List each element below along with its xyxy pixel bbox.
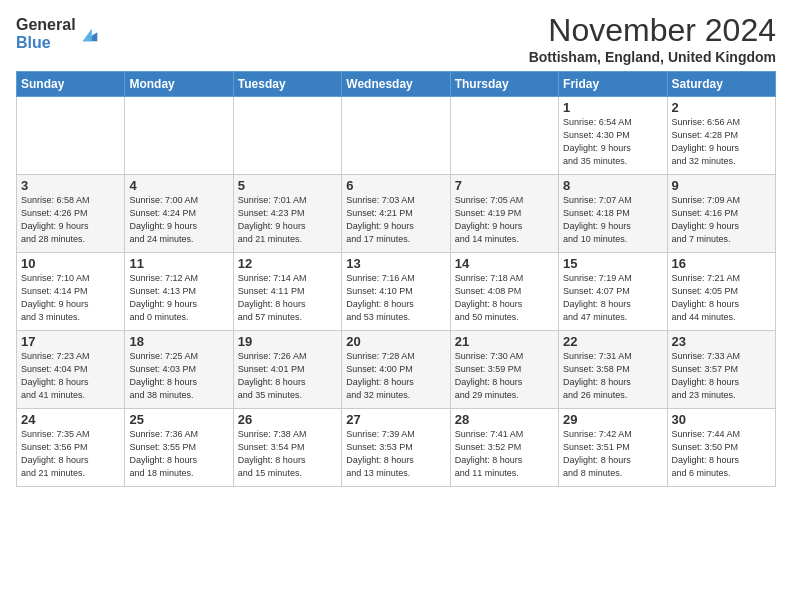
cell-2-6: 16Sunrise: 7:21 AM Sunset: 4:05 PM Dayli…	[667, 253, 775, 331]
cell-2-0: 10Sunrise: 7:10 AM Sunset: 4:14 PM Dayli…	[17, 253, 125, 331]
cell-4-4: 28Sunrise: 7:41 AM Sunset: 3:52 PM Dayli…	[450, 409, 558, 487]
day-number-2-6: 16	[672, 256, 771, 271]
th-sunday: Sunday	[17, 72, 125, 97]
week-row-0: 1Sunrise: 6:54 AM Sunset: 4:30 PM Daylig…	[17, 97, 776, 175]
day-info-2-4: Sunrise: 7:18 AM Sunset: 4:08 PM Dayligh…	[455, 272, 554, 324]
day-info-2-5: Sunrise: 7:19 AM Sunset: 4:07 PM Dayligh…	[563, 272, 662, 324]
day-info-4-6: Sunrise: 7:44 AM Sunset: 3:50 PM Dayligh…	[672, 428, 771, 480]
th-monday: Monday	[125, 72, 233, 97]
th-thursday: Thursday	[450, 72, 558, 97]
cell-2-4: 14Sunrise: 7:18 AM Sunset: 4:08 PM Dayli…	[450, 253, 558, 331]
svg-marker-1	[82, 28, 91, 41]
cell-3-5: 22Sunrise: 7:31 AM Sunset: 3:58 PM Dayli…	[559, 331, 667, 409]
week-row-3: 17Sunrise: 7:23 AM Sunset: 4:04 PM Dayli…	[17, 331, 776, 409]
cell-1-1: 4Sunrise: 7:00 AM Sunset: 4:24 PM Daylig…	[125, 175, 233, 253]
day-number-1-3: 6	[346, 178, 445, 193]
day-info-1-4: Sunrise: 7:05 AM Sunset: 4:19 PM Dayligh…	[455, 194, 554, 246]
day-number-3-5: 22	[563, 334, 662, 349]
cell-1-2: 5Sunrise: 7:01 AM Sunset: 4:23 PM Daylig…	[233, 175, 341, 253]
cell-2-2: 12Sunrise: 7:14 AM Sunset: 4:11 PM Dayli…	[233, 253, 341, 331]
th-tuesday: Tuesday	[233, 72, 341, 97]
cell-4-3: 27Sunrise: 7:39 AM Sunset: 3:53 PM Dayli…	[342, 409, 450, 487]
cell-0-0	[17, 97, 125, 175]
day-number-0-5: 1	[563, 100, 662, 115]
day-info-1-2: Sunrise: 7:01 AM Sunset: 4:23 PM Dayligh…	[238, 194, 337, 246]
day-number-1-5: 8	[563, 178, 662, 193]
logo: General Blue	[16, 16, 101, 51]
cell-0-5: 1Sunrise: 6:54 AM Sunset: 4:30 PM Daylig…	[559, 97, 667, 175]
day-number-4-1: 25	[129, 412, 228, 427]
cell-3-2: 19Sunrise: 7:26 AM Sunset: 4:01 PM Dayli…	[233, 331, 341, 409]
cell-3-6: 23Sunrise: 7:33 AM Sunset: 3:57 PM Dayli…	[667, 331, 775, 409]
logo-blue: Blue	[16, 34, 76, 52]
cell-0-2	[233, 97, 341, 175]
day-info-4-2: Sunrise: 7:38 AM Sunset: 3:54 PM Dayligh…	[238, 428, 337, 480]
day-number-3-2: 19	[238, 334, 337, 349]
header-row: Sunday Monday Tuesday Wednesday Thursday…	[17, 72, 776, 97]
cell-0-4	[450, 97, 558, 175]
day-info-4-1: Sunrise: 7:36 AM Sunset: 3:55 PM Dayligh…	[129, 428, 228, 480]
day-number-1-4: 7	[455, 178, 554, 193]
day-info-1-6: Sunrise: 7:09 AM Sunset: 4:16 PM Dayligh…	[672, 194, 771, 246]
cell-1-3: 6Sunrise: 7:03 AM Sunset: 4:21 PM Daylig…	[342, 175, 450, 253]
cell-3-1: 18Sunrise: 7:25 AM Sunset: 4:03 PM Dayli…	[125, 331, 233, 409]
cell-2-5: 15Sunrise: 7:19 AM Sunset: 4:07 PM Dayli…	[559, 253, 667, 331]
day-info-3-1: Sunrise: 7:25 AM Sunset: 4:03 PM Dayligh…	[129, 350, 228, 402]
day-number-4-6: 30	[672, 412, 771, 427]
title-section: November 2024 Bottisham, England, United…	[529, 12, 776, 65]
day-number-2-5: 15	[563, 256, 662, 271]
cell-2-3: 13Sunrise: 7:16 AM Sunset: 4:10 PM Dayli…	[342, 253, 450, 331]
calendar: Sunday Monday Tuesday Wednesday Thursday…	[16, 71, 776, 487]
day-info-2-0: Sunrise: 7:10 AM Sunset: 4:14 PM Dayligh…	[21, 272, 120, 324]
cell-4-5: 29Sunrise: 7:42 AM Sunset: 3:51 PM Dayli…	[559, 409, 667, 487]
cell-0-6: 2Sunrise: 6:56 AM Sunset: 4:28 PM Daylig…	[667, 97, 775, 175]
day-info-0-5: Sunrise: 6:54 AM Sunset: 4:30 PM Dayligh…	[563, 116, 662, 168]
day-info-1-5: Sunrise: 7:07 AM Sunset: 4:18 PM Dayligh…	[563, 194, 662, 246]
day-number-2-4: 14	[455, 256, 554, 271]
day-info-3-4: Sunrise: 7:30 AM Sunset: 3:59 PM Dayligh…	[455, 350, 554, 402]
day-number-3-3: 20	[346, 334, 445, 349]
day-number-3-0: 17	[21, 334, 120, 349]
day-number-4-4: 28	[455, 412, 554, 427]
th-friday: Friday	[559, 72, 667, 97]
day-info-4-3: Sunrise: 7:39 AM Sunset: 3:53 PM Dayligh…	[346, 428, 445, 480]
day-number-3-4: 21	[455, 334, 554, 349]
cell-3-3: 20Sunrise: 7:28 AM Sunset: 4:00 PM Dayli…	[342, 331, 450, 409]
day-number-2-2: 12	[238, 256, 337, 271]
day-number-1-6: 9	[672, 178, 771, 193]
day-info-0-6: Sunrise: 6:56 AM Sunset: 4:28 PM Dayligh…	[672, 116, 771, 168]
day-info-1-0: Sunrise: 6:58 AM Sunset: 4:26 PM Dayligh…	[21, 194, 120, 246]
cell-4-2: 26Sunrise: 7:38 AM Sunset: 3:54 PM Dayli…	[233, 409, 341, 487]
cell-1-5: 8Sunrise: 7:07 AM Sunset: 4:18 PM Daylig…	[559, 175, 667, 253]
logo-text: General Blue	[16, 16, 76, 51]
day-number-1-1: 4	[129, 178, 228, 193]
day-number-1-2: 5	[238, 178, 337, 193]
day-number-3-6: 23	[672, 334, 771, 349]
page: General Blue November 2024 Bottisham, En…	[0, 0, 792, 495]
day-info-1-3: Sunrise: 7:03 AM Sunset: 4:21 PM Dayligh…	[346, 194, 445, 246]
day-info-1-1: Sunrise: 7:00 AM Sunset: 4:24 PM Dayligh…	[129, 194, 228, 246]
th-wednesday: Wednesday	[342, 72, 450, 97]
cell-3-4: 21Sunrise: 7:30 AM Sunset: 3:59 PM Dayli…	[450, 331, 558, 409]
day-number-3-1: 18	[129, 334, 228, 349]
week-row-2: 10Sunrise: 7:10 AM Sunset: 4:14 PM Dayli…	[17, 253, 776, 331]
day-number-4-5: 29	[563, 412, 662, 427]
day-info-3-3: Sunrise: 7:28 AM Sunset: 4:00 PM Dayligh…	[346, 350, 445, 402]
cell-2-1: 11Sunrise: 7:12 AM Sunset: 4:13 PM Dayli…	[125, 253, 233, 331]
day-info-2-2: Sunrise: 7:14 AM Sunset: 4:11 PM Dayligh…	[238, 272, 337, 324]
cell-1-6: 9Sunrise: 7:09 AM Sunset: 4:16 PM Daylig…	[667, 175, 775, 253]
cell-0-3	[342, 97, 450, 175]
week-row-4: 24Sunrise: 7:35 AM Sunset: 3:56 PM Dayli…	[17, 409, 776, 487]
day-info-4-0: Sunrise: 7:35 AM Sunset: 3:56 PM Dayligh…	[21, 428, 120, 480]
cell-1-4: 7Sunrise: 7:05 AM Sunset: 4:19 PM Daylig…	[450, 175, 558, 253]
day-number-0-6: 2	[672, 100, 771, 115]
day-info-4-4: Sunrise: 7:41 AM Sunset: 3:52 PM Dayligh…	[455, 428, 554, 480]
day-number-2-0: 10	[21, 256, 120, 271]
day-number-1-0: 3	[21, 178, 120, 193]
day-number-2-1: 11	[129, 256, 228, 271]
day-info-3-2: Sunrise: 7:26 AM Sunset: 4:01 PM Dayligh…	[238, 350, 337, 402]
cell-3-0: 17Sunrise: 7:23 AM Sunset: 4:04 PM Dayli…	[17, 331, 125, 409]
month-title: November 2024	[529, 12, 776, 49]
cell-4-0: 24Sunrise: 7:35 AM Sunset: 3:56 PM Dayli…	[17, 409, 125, 487]
logo-general: General	[16, 16, 76, 34]
